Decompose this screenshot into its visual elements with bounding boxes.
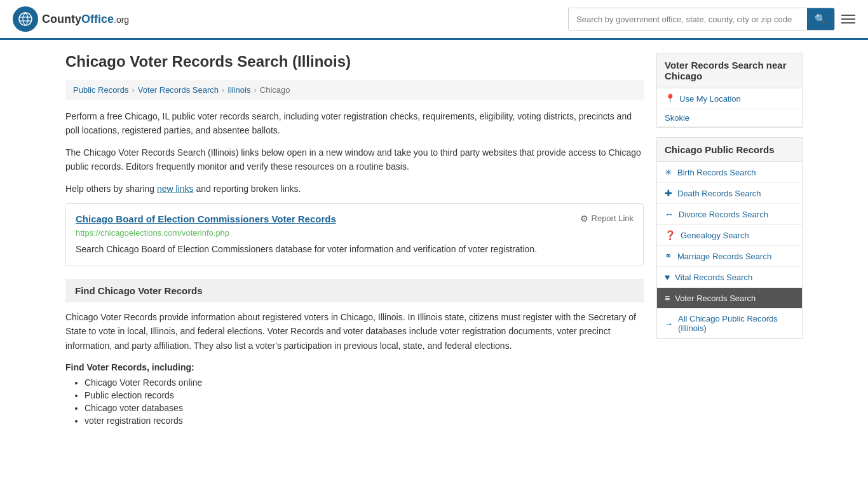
search-input[interactable] <box>569 10 807 29</box>
list-item: voter registration records <box>85 416 644 426</box>
report-icon: ⚙ <box>580 214 588 224</box>
breadcrumb: Public Records › Voter Records Search › … <box>65 80 644 100</box>
marriage-records-icon: ⚭ <box>665 251 672 261</box>
description-para-3: Help others by sharing new links and rep… <box>65 182 644 196</box>
location-pin-icon: 📍 <box>665 93 675 104</box>
public-records-title: Chicago Public Records <box>657 138 802 162</box>
menu-line-1 <box>841 15 855 16</box>
sidebar-item-voter-records[interactable]: ≡ Voter Records Search <box>657 288 802 309</box>
search-icon: 🔍 <box>815 13 827 24</box>
description-para-3-post: and reporting broken links. <box>194 184 301 194</box>
list-item: Chicago Voter Records online <box>85 377 644 388</box>
report-link-button[interactable]: ⚙ Report Link <box>580 214 634 224</box>
vital-records-icon: ♥ <box>665 272 670 282</box>
nearby-title: Voter Records Search near Chicago <box>657 53 802 88</box>
svg-point-0 <box>19 13 32 25</box>
menu-line-2 <box>841 18 855 20</box>
hamburger-menu-button[interactable] <box>841 15 855 24</box>
list-item: Public election records <box>85 390 644 400</box>
genealogy-icon: ❓ <box>665 230 675 240</box>
death-records-icon: ✚ <box>665 188 672 198</box>
breadcrumb-illinois[interactable]: Illinois <box>227 85 250 95</box>
find-list: Chicago Voter Records online Public elec… <box>65 377 644 426</box>
menu-line-3 <box>841 22 855 24</box>
birth-records-icon: ✳ <box>665 167 672 177</box>
breadcrumb-voter-records-search[interactable]: Voter Records Search <box>138 85 219 95</box>
voter-records-icon: ≡ <box>665 293 670 303</box>
find-section-heading: Find Chicago Voter Records <box>65 279 644 302</box>
list-item: Chicago voter databases <box>85 403 644 413</box>
find-section-text: Chicago Voter Records provide informatio… <box>65 310 644 353</box>
sidebar-item-birth-records[interactable]: ✳ Birth Records Search <box>657 162 802 183</box>
record-card-description: Search Chicago Board of Election Commiss… <box>76 243 634 256</box>
site-header: CountyOffice.org 🔍 <box>0 0 868 40</box>
new-links-link[interactable]: new links <box>157 184 194 194</box>
breadcrumb-chicago: Chicago <box>260 85 290 95</box>
arrow-right-icon: → <box>665 319 673 329</box>
main-container: Chicago Voter Records Search (Illinois) … <box>53 40 815 441</box>
genealogy-link[interactable]: Genealogy Search <box>681 231 749 240</box>
sidebar-item-genealogy[interactable]: ❓ Genealogy Search <box>657 225 802 246</box>
all-records-link[interactable]: All Chicago Public Records (Illinois) <box>678 314 794 333</box>
record-card-title[interactable]: Chicago Board of Election Commissioners … <box>76 214 336 224</box>
header-controls: 🔍 <box>568 8 855 30</box>
logo-wordmark: CountyOffice.org <box>42 13 129 26</box>
record-card-url[interactable]: https://chicagoelections.com/voterinfo.p… <box>76 228 634 238</box>
skokie-link[interactable]: Skokie <box>657 109 802 127</box>
global-search: 🔍 <box>568 8 835 30</box>
divorce-records-icon: ↔ <box>665 209 674 219</box>
content-area: Chicago Voter Records Search (Illinois) … <box>65 53 644 428</box>
page-title: Chicago Voter Records Search (Illinois) <box>65 53 644 71</box>
record-card: Chicago Board of Election Commissioners … <box>65 203 644 266</box>
sidebar-item-vital-records[interactable]: ♥ Vital Records Search <box>657 267 802 288</box>
nearby-box: Voter Records Search near Chicago 📍 Use … <box>656 53 803 128</box>
search-button[interactable]: 🔍 <box>807 8 834 30</box>
sidebar-item-death-records[interactable]: ✚ Death Records Search <box>657 183 802 204</box>
public-records-box: Chicago Public Records ✳ Birth Records S… <box>656 137 803 339</box>
marriage-records-link[interactable]: Marriage Records Search <box>677 252 771 261</box>
report-link-label: Report Link <box>592 214 634 223</box>
use-location-link[interactable]: Use My Location <box>679 94 741 104</box>
all-records-item[interactable]: → All Chicago Public Records (Illinois) <box>657 309 802 338</box>
find-subheading: Find Voter Records, including: <box>65 362 644 372</box>
logo[interactable]: CountyOffice.org <box>13 6 129 32</box>
logo-icon <box>13 6 38 32</box>
sidebar: Voter Records Search near Chicago 📍 Use … <box>656 53 803 428</box>
description-para-2: The Chicago Voter Records Search (Illino… <box>65 146 644 174</box>
use-location-item[interactable]: 📍 Use My Location <box>657 88 802 109</box>
record-card-header: Chicago Board of Election Commissioners … <box>76 214 634 224</box>
description-para-3-pre: Help others by sharing <box>65 184 157 194</box>
birth-records-link[interactable]: Birth Records Search <box>677 168 756 177</box>
voter-records-link[interactable]: Voter Records Search <box>675 294 756 303</box>
divorce-records-link[interactable]: Divorce Records Search <box>679 210 768 219</box>
vital-records-link[interactable]: Vital Records Search <box>675 273 752 282</box>
death-records-link[interactable]: Death Records Search <box>677 189 761 198</box>
description-para-1: Perform a free Chicago, IL public voter … <box>65 109 644 138</box>
breadcrumb-public-records[interactable]: Public Records <box>73 85 128 95</box>
sidebar-item-marriage-records[interactable]: ⚭ Marriage Records Search <box>657 246 802 267</box>
sidebar-item-divorce-records[interactable]: ↔ Divorce Records Search <box>657 204 802 225</box>
